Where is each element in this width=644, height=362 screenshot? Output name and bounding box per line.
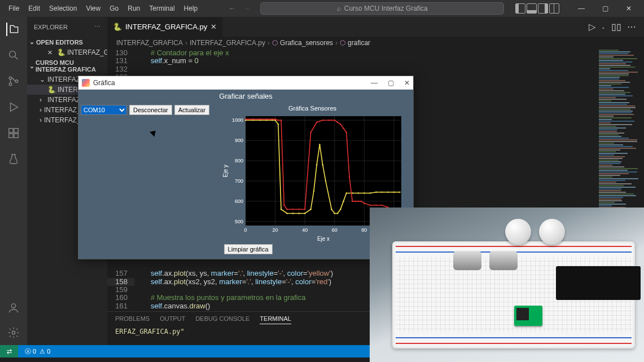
run-file-icon[interactable]: ▷ — [589, 21, 595, 32]
svg-point-90 — [345, 132, 347, 133]
tk-close-icon[interactable]: ✕ — [404, 79, 410, 87]
clear-chart-button[interactable]: Limpiar gráfica — [224, 244, 273, 254]
open-editors-section[interactable]: ⌄OPEN EDITORS — [27, 37, 107, 47]
chart-title: Gráfica Sensores — [221, 105, 405, 112]
svg-point-72 — [271, 118, 273, 120]
editor-more-icon[interactable]: ⋯ — [627, 21, 636, 32]
workspace-section[interactable]: ⌄CURSO MCU INTERFAZ GRAFICA — [27, 58, 107, 74]
layout-right-icon[interactable] — [538, 3, 548, 14]
menu-edit[interactable]: Edit — [24, 2, 44, 15]
mouse-cursor-icon — [151, 129, 157, 137]
menu-file[interactable]: File — [5, 2, 23, 15]
svg-point-78 — [292, 209, 293, 210]
tab-filename: INTERFAZ_GRAFICA.py — [125, 23, 207, 31]
window-restore-icon[interactable]: ▢ — [593, 0, 617, 17]
menu-bar: FileEditSelectionViewGoRunTerminalHelp — [5, 2, 201, 15]
svg-point-49 — [316, 164, 317, 165]
window-close-icon[interactable]: ✕ — [617, 0, 641, 17]
disconnect-button[interactable]: Desconectar — [129, 105, 172, 115]
search-icon: ⌕ — [337, 5, 341, 12]
refresh-button[interactable]: Actualizar — [174, 105, 209, 115]
svg-point-48 — [313, 191, 314, 192]
search-sidebar-icon[interactable] — [7, 48, 20, 62]
svg-point-83 — [322, 120, 323, 121]
svg-rect-5 — [14, 129, 18, 133]
svg-point-97 — [369, 205, 370, 206]
tab-active[interactable]: 🐍 INTERFAZ_GRAFICA.py ✕ — [107, 17, 223, 37]
svg-point-52 — [325, 180, 326, 182]
svg-point-73 — [274, 118, 275, 120]
layout-split-icon[interactable] — [549, 3, 559, 14]
tk-app-icon — [82, 79, 90, 87]
command-center[interactable]: ⌕ Curso MCU Interfaz Grafica — [260, 2, 504, 15]
svg-text:80: 80 — [361, 227, 367, 233]
layout-left-icon[interactable] — [515, 3, 525, 14]
svg-point-76 — [283, 205, 284, 206]
svg-point-1 — [9, 77, 12, 80]
explorer-title: EXPLORER — [34, 24, 68, 30]
extensions-icon[interactable] — [7, 126, 20, 140]
tk-minimize-icon[interactable]: ― — [371, 79, 378, 87]
menu-run[interactable]: Run — [124, 2, 144, 15]
menu-go[interactable]: Go — [106, 2, 122, 15]
svg-point-57 — [343, 201, 344, 202]
nav-arrows: ← → — [229, 5, 250, 12]
svg-point-8 — [11, 304, 15, 308]
breadcrumb[interactable]: INTERFAZ_GRAFICA›INTERFAZ_GRAFICA.py›⬡ G… — [107, 37, 644, 49]
settings-gear-icon[interactable] — [7, 326, 20, 339]
nav-fwd-icon[interactable]: → — [243, 5, 250, 12]
potentiometer-knob — [505, 219, 531, 245]
tk-title-text: Gráfica — [93, 79, 115, 87]
scm-icon[interactable] — [7, 74, 20, 88]
svg-text:900: 900 — [235, 138, 243, 143]
open-editor-item[interactable]: ✕🐍INTERFAZ_GRAFICA.p... — [27, 47, 107, 58]
svg-point-67 — [399, 192, 400, 193]
svg-point-88 — [340, 123, 341, 125]
port-select[interactable]: COM10 — [81, 105, 127, 115]
svg-text:800: 800 — [235, 158, 243, 164]
svg-text:20: 20 — [272, 227, 278, 233]
layout-toggles[interactable] — [515, 3, 559, 14]
svg-point-44 — [292, 213, 293, 214]
status-problems[interactable]: ⓧ 0 ⚠ 0 — [25, 347, 50, 356]
svg-point-98 — [375, 205, 376, 206]
panel-tab-debug-console[interactable]: DEBUG CONSOLE — [195, 315, 249, 324]
editor-tabs: 🐍 INTERFAZ_GRAFICA.py ✕ ▷ ⌄ ▯▯ ⋯ — [107, 17, 644, 37]
menu-selection[interactable]: Selection — [45, 2, 81, 15]
svg-text:60: 60 — [331, 227, 337, 233]
tk-titlebar[interactable]: Gráfica ― ▢ ✕ — [78, 76, 413, 90]
panel-tab-output[interactable]: OUTPUT — [160, 315, 185, 324]
svg-point-50 — [319, 144, 320, 145]
run-dropdown-icon[interactable]: ⌄ — [601, 24, 606, 30]
svg-point-92 — [352, 201, 353, 202]
run-debug-icon[interactable] — [7, 100, 20, 114]
panel-tab-terminal[interactable]: TERMINAL — [260, 315, 291, 324]
close-editor-icon[interactable]: ✕ — [47, 49, 52, 56]
menu-terminal[interactable]: Terminal — [145, 2, 178, 15]
svg-point-96 — [363, 202, 365, 204]
ic-chip — [556, 266, 641, 300]
svg-point-77 — [286, 209, 287, 210]
split-editor-icon[interactable]: ▯▯ — [611, 21, 621, 32]
svg-text:40: 40 — [302, 227, 308, 233]
menu-help[interactable]: Help — [180, 2, 202, 15]
window-minimize-icon[interactable]: ― — [569, 0, 593, 17]
svg-point-2 — [9, 83, 12, 86]
remote-indicator-icon[interactable]: ⇄ — [0, 345, 18, 357]
svg-text:1000: 1000 — [232, 117, 243, 123]
explorer-icon[interactable] — [6, 23, 20, 36]
nav-back-icon[interactable]: ← — [229, 5, 235, 12]
svg-point-53 — [331, 209, 332, 210]
tk-banner: Graficar señales — [78, 90, 413, 103]
tab-close-icon[interactable]: ✕ — [211, 23, 217, 31]
tk-maximize-icon[interactable]: ▢ — [388, 79, 394, 87]
panel-tab-problems[interactable]: PROBLEMS — [115, 315, 150, 324]
testing-icon[interactable] — [7, 152, 20, 166]
account-icon[interactable] — [7, 301, 20, 315]
svg-point-84 — [328, 120, 329, 121]
layout-bottom-icon[interactable] — [527, 3, 537, 14]
svg-point-43 — [286, 213, 287, 214]
more-icon[interactable]: ⋯ — [94, 23, 100, 30]
svg-point-79 — [298, 209, 299, 210]
menu-view[interactable]: View — [82, 2, 104, 15]
